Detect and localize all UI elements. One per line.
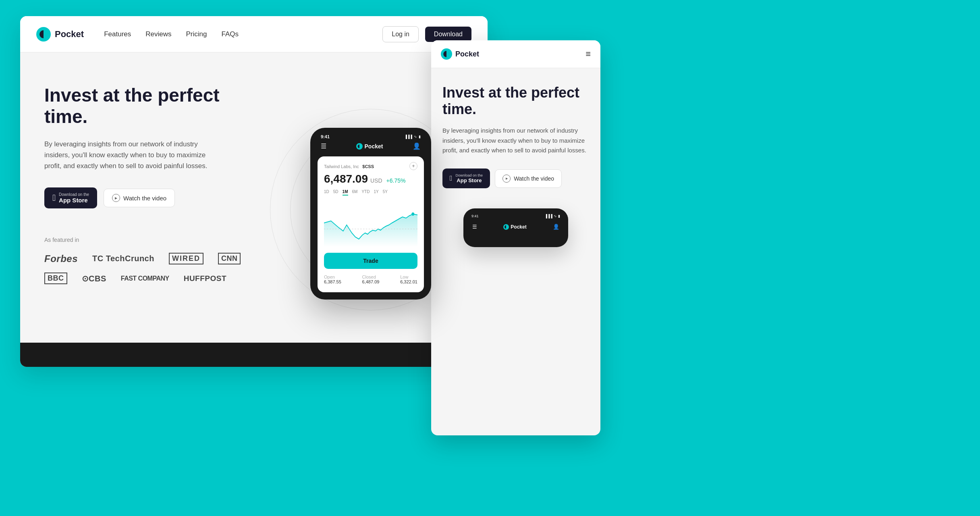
mobile-phone-preview: 9:41 ▐▐▐ ∿ ▮ ☰ Pocket 👤 [463,208,568,247]
phone-brand: Pocket [356,143,383,150]
filter-1y[interactable]: 1Y [374,189,378,196]
phone-logo-icon [356,143,363,150]
battery-icon: ▮ [419,135,421,139]
stat-open-value: 6,387.55 [324,279,341,284]
mobile-appstore-text: Download on the App Store [456,173,483,183]
mobile-hero-buttons:  Download on the App Store ▶ Watch the … [442,169,589,188]
desktop-navbar: Pocket Features Reviews Pricing FAQs Log… [20,16,488,52]
hero-content: Invest at the perfect time. By leveragin… [44,77,246,351]
add-stock-button[interactable]: + [409,162,417,170]
mobile-phone-brand-name: Pocket [511,224,526,230]
mobile-phone-time: 9:41 [471,214,479,218]
stock-currency: USD [370,177,382,184]
desktop-nav-links: Features Reviews Pricing FAQs [104,30,382,38]
featured-row-1: Forbes TC TechCrunch WIRED CNN [44,253,246,264]
mobile-logo[interactable]: Pocket [441,48,479,60]
login-button[interactable]: Log in [382,26,419,42]
desktop-card: Pocket Features Reviews Pricing FAQs Log… [20,16,488,367]
hero-title: Invest at the perfect time. [44,85,246,127]
desktop-logo-text: Pocket [55,29,84,40]
mobile-logo-icon [441,48,452,60]
pocket-logo-icon [36,27,51,42]
chart-dot [411,212,414,216]
nav-pricing[interactable]: Pricing [186,30,207,38]
stock-name: Tailwind Labs, Inc $CSS [324,162,374,170]
mobile-watch-button[interactable]: ▶ Watch the video [495,169,562,188]
play-icon: ▶ [112,194,120,202]
phone-brand-name: Pocket [365,143,383,150]
cbs-logo: ⊙CBS [82,274,106,283]
filter-5y[interactable]: 5Y [383,189,388,196]
phone-time: 9:41 [321,134,330,139]
mobile-hero-subtitle: By leveraging insights from our network … [442,126,589,156]
nav-faqs[interactable]: FAQs [221,30,239,38]
filter-6m[interactable]: 6M [352,189,358,196]
stock-price-row: 6,487.09 USD +6.75% [324,173,417,186]
hero-buttons:  Download on the App Store ▶ Watch the … [44,187,246,208]
forbes-logo: Forbes [44,253,78,264]
mobile-hero: Invest at the perfect time. By leveragin… [431,68,600,200]
appstore-line2: App Store [59,197,88,204]
hero-subtitle: By leveraging insights from our network … [44,139,214,172]
featured-label: As featured in [44,237,246,243]
stock-change: +6.75% [386,177,406,184]
appstore-line1: Download on the [59,192,89,197]
wired-logo: WIRED [169,253,203,264]
mobile-logo-text: Pocket [455,50,479,58]
appstore-button[interactable]:  Download on the App Store [44,187,97,208]
filter-1d[interactable]: 1D [324,189,329,196]
phone-nav: ☰ Pocket 👤 [314,139,427,153]
nav-reviews[interactable]: Reviews [145,30,171,38]
hamburger-button[interactable]: ≡ [586,49,591,59]
featured-logos: Forbes TC TechCrunch WIRED CNN BBC ⊙CBS … [44,253,246,284]
mobile-phone-nav: ☰ Pocket 👤 [467,221,565,231]
mobile-card: Pocket ≡ Invest at the perfect time. By … [431,40,600,435]
mobile-appstore-line2: App Store [456,177,483,183]
featured-section: As featured in Forbes TC TechCrunch WIRE… [44,237,246,284]
filter-1m-active[interactable]: 1M [343,189,348,196]
mobile-phone-logo [503,224,509,230]
mobile-phone-screen: 9:41 ▐▐▐ ∿ ▮ ☰ Pocket 👤 [467,212,565,244]
stat-closed: Closed 6,487.09 [362,275,380,284]
stock-stats: Open 6,387.55 Closed 6,487.09 Low 6,322.… [324,272,417,287]
chart-area [324,214,417,247]
mobile-play-icon: ▶ [502,175,511,183]
stat-low-label: Low [400,275,417,279]
phone-menu-icon: ☰ [321,142,326,150]
bbc-logo: BBC [44,273,67,284]
phone-status-icons: ▐▐▐ ∿ ▮ [405,135,421,139]
watch-label: Watch the video [123,195,166,202]
phone-mockup: 9:41 ▐▐▐ ∿ ▮ ☰ [310,128,431,300]
filter-5d[interactable]: 5D [333,189,338,196]
stock-company: Tailwind Labs, Inc [324,164,359,169]
signal-icon: ▐▐▐ [405,135,412,139]
filter-ytd[interactable]: YTD [361,189,370,196]
phone-screen: 9:41 ▐▐▐ ∿ ▮ ☰ [314,132,427,295]
mobile-appstore-line1: Download on the [456,173,483,177]
stat-closed-value: 6,487.09 [362,279,380,284]
stock-price: 6,487.09 [324,173,368,185]
mobile-watch-label: Watch the video [514,175,554,182]
desktop-hero: Invest at the perfect time. By leveragin… [20,52,488,367]
stat-open: Open 6,387.55 [324,275,341,284]
mobile-battery-icon: ▮ [558,214,560,218]
mobile-wifi-icon: ∿ [554,214,557,218]
download-button[interactable]: Download [425,27,471,42]
stat-closed-label: Closed [362,275,380,279]
mobile-appstore-button[interactable]:  Download on the App Store [442,169,490,188]
fastco-logo: FAST COMPANY [121,275,169,282]
mobile-phone-brand: Pocket [503,224,526,230]
stock-header: Tailwind Labs, Inc $CSS + [324,162,417,170]
watch-video-button[interactable]: ▶ Watch the video [104,189,175,207]
mobile-navbar: Pocket ≡ [431,40,600,68]
mobile-phone-profile-icon: 👤 [553,224,559,230]
mobile-phone-icons: ▐▐▐ ∿ ▮ [545,214,560,218]
wifi-icon: ∿ [414,135,417,139]
logo[interactable]: Pocket [36,27,84,42]
mobile-phone-menu-icon: ☰ [472,224,477,230]
stat-low: Low 6,322.01 [400,275,417,284]
stat-low-value: 6,322.01 [400,279,417,284]
trade-button[interactable]: Trade [324,253,417,269]
nav-features[interactable]: Features [104,30,131,38]
time-filters: 1D 5D 1M 6M YTD 1Y 5Y [324,189,417,196]
